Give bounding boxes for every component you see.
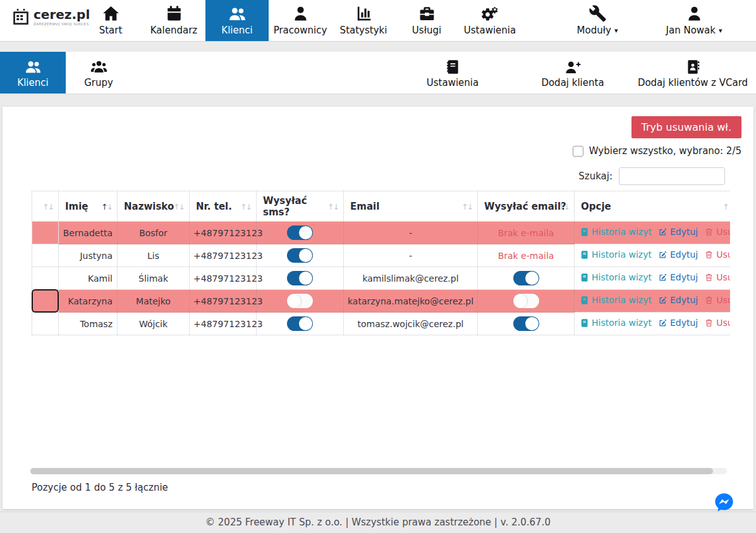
stats-icon bbox=[355, 4, 373, 25]
email-toggle[interactable] bbox=[513, 271, 539, 285]
top-nav-item-klienci[interactable]: Klienci bbox=[205, 0, 269, 41]
col-header-email[interactable]: Email↑↓ bbox=[344, 191, 478, 222]
history-link[interactable]: Historia wizyt bbox=[580, 227, 652, 237]
cell-sms-toggle bbox=[257, 290, 344, 313]
history-link[interactable]: Historia wizyt bbox=[580, 272, 652, 282]
delete-link[interactable]: Usuń bbox=[704, 227, 730, 237]
cell-options: Historia wizytEdytujUsuń bbox=[575, 290, 731, 313]
top-nav: StartKalendarzKlienciPracownicyStatystyk… bbox=[79, 0, 741, 41]
history-link[interactable]: Historia wizyt bbox=[580, 249, 652, 260]
select-all-checkbox[interactable] bbox=[573, 146, 583, 157]
delete-link[interactable]: Usuń bbox=[704, 272, 730, 282]
cell-first-name: Katarzyna bbox=[59, 290, 118, 313]
delete-link[interactable]: Usuń bbox=[704, 295, 730, 305]
cell-email-toggle bbox=[478, 290, 575, 313]
col-header-nr-tel[interactable]: Nr. tel.↑↓ bbox=[190, 191, 257, 222]
cell-last-name: Lis bbox=[118, 244, 190, 267]
col-header-label: Email bbox=[350, 201, 379, 212]
horizontal-scrollbar-thumb[interactable] bbox=[30, 468, 713, 474]
email-toggle[interactable] bbox=[513, 316, 539, 331]
top-nav-item-us-ugi[interactable]: Usługi bbox=[395, 0, 458, 41]
top-nav-item-jan-nowak[interactable]: Jan Nowak▾ bbox=[647, 0, 741, 41]
history-link[interactable]: Historia wizyt bbox=[580, 318, 652, 328]
sms-toggle[interactable] bbox=[287, 225, 313, 240]
email-toggle[interactable] bbox=[513, 294, 539, 308]
edit-link[interactable]: Edytuj bbox=[658, 272, 698, 282]
sub-nav-action-ustawienia[interactable]: Ustawienia bbox=[396, 52, 509, 93]
top-nav-item-start[interactable]: Start bbox=[79, 0, 142, 41]
sub-nav-action-dodaj-klienta[interactable]: Dodaj klienta bbox=[516, 52, 630, 93]
col-header-label: Imię bbox=[65, 201, 88, 212]
top-nav-item-kalendarz[interactable]: Kalendarz bbox=[142, 0, 205, 41]
top-nav-item-statystyki[interactable]: Statystyki bbox=[332, 0, 395, 41]
top-nav-label: Statystyki bbox=[340, 25, 387, 36]
pencil-square-icon bbox=[658, 296, 668, 305]
clients-table-container: ↑↓Imię↑↓Nazwisko↑↓Nr. tel.↑↓Wysyłać sms?… bbox=[32, 191, 730, 335]
top-nav-label: Start bbox=[99, 25, 123, 36]
cell-sms-toggle bbox=[257, 267, 344, 290]
top-nav-item-modu-y[interactable]: Moduły▾ bbox=[559, 0, 635, 41]
delete-link[interactable]: Usuń bbox=[704, 318, 730, 328]
pencil-square-icon bbox=[658, 273, 668, 282]
cell-phone: +48797123123 bbox=[190, 244, 257, 267]
footer-text: © 2025 Freeway IT Sp. z o.o. | Wszystkie… bbox=[205, 517, 551, 528]
search-input[interactable] bbox=[619, 167, 725, 185]
sub-nav-action-dodaj-kliento-w-z-vcard[interactable]: Dodaj klientów z VCard bbox=[636, 52, 750, 93]
messenger-chat-icon[interactable] bbox=[713, 491, 735, 513]
col-header-opcje[interactable]: Opcje↑↓ bbox=[575, 191, 731, 222]
edit-link[interactable]: Edytuj bbox=[658, 318, 698, 328]
edit-link[interactable]: Edytuj bbox=[658, 249, 698, 260]
clients-table: ↑↓Imię↑↓Nazwisko↑↓Nr. tel.↑↓Wysyłać sms?… bbox=[32, 191, 730, 335]
cell-email-toggle bbox=[478, 267, 575, 290]
sms-toggle[interactable] bbox=[287, 271, 313, 285]
sub-nav-tab-label: Grupy bbox=[84, 77, 113, 88]
col-header-wysy-ac-sms[interactable]: Wysyłać sms?↑↓ bbox=[257, 191, 344, 222]
top-nav-label: Ustawienia bbox=[464, 25, 516, 36]
brand-logo[interactable]: cerez.pl ZAREZERWUJ SWÓJ SUKCES bbox=[11, 8, 90, 27]
sort-icon: ↑↓ bbox=[328, 201, 339, 211]
search-row: Szukaj: bbox=[578, 167, 725, 185]
delete-mode-button[interactable]: Tryb usuwania wł. bbox=[631, 116, 741, 138]
row-select-cell[interactable] bbox=[32, 290, 59, 313]
col-header-label: Wysyłać email? bbox=[484, 201, 566, 212]
journal-icon bbox=[580, 273, 589, 282]
cell-sms-toggle bbox=[257, 222, 344, 244]
history-link[interactable]: Historia wizyt bbox=[580, 295, 652, 305]
edit-link[interactable]: Edytuj bbox=[658, 227, 698, 237]
row-select-cell[interactable] bbox=[32, 267, 59, 290]
trash-icon bbox=[704, 273, 714, 282]
no-email-label: Brak e-maila bbox=[498, 228, 554, 238]
delete-link[interactable]: Usuń bbox=[704, 249, 730, 260]
sms-toggle[interactable] bbox=[287, 294, 313, 308]
cell-email-status: Brak e-maila bbox=[478, 244, 575, 267]
col-header-label: Nazwisko bbox=[124, 201, 174, 212]
cell-email-status: Brak e-maila bbox=[478, 222, 575, 244]
sub-nav-tab-klienci[interactable]: Klienci bbox=[0, 52, 66, 93]
sub-nav-actions: UstawieniaDodaj klientaDodaj klientów z … bbox=[396, 52, 750, 93]
row-select-cell[interactable] bbox=[32, 222, 59, 244]
col-header-wysy-ac-email[interactable]: Wysyłać email?↑↓ bbox=[478, 191, 575, 222]
sms-toggle[interactable] bbox=[287, 248, 313, 263]
col-header-imie[interactable]: Imię↑↓ bbox=[59, 191, 118, 222]
cell-last-name: Wójcik bbox=[118, 313, 190, 335]
edit-link[interactable]: Edytuj bbox=[658, 295, 698, 305]
row-select-cell[interactable] bbox=[32, 244, 59, 267]
select-all-row: Wybierz wszystko, wybrano: 2/5 bbox=[573, 145, 741, 157]
toolbox-icon bbox=[418, 4, 436, 25]
col-header-select[interactable]: ↑↓ bbox=[32, 191, 59, 222]
col-header-nazwisko[interactable]: Nazwisko↑↓ bbox=[118, 191, 190, 222]
cell-email: - bbox=[344, 222, 478, 244]
journal-icon bbox=[580, 227, 589, 237]
sub-nav-tab-grupy[interactable]: Grupy bbox=[66, 52, 131, 93]
sort-icon: ↑↓ bbox=[559, 201, 570, 211]
search-label: Szukaj: bbox=[578, 171, 613, 182]
row-select-cell[interactable] bbox=[32, 313, 59, 335]
sms-toggle[interactable] bbox=[287, 316, 313, 331]
calendar-icon bbox=[165, 4, 183, 25]
top-nav-item-pracownicy[interactable]: Pracownicy bbox=[269, 0, 332, 41]
sort-icon: ↑↓ bbox=[174, 201, 185, 211]
horizontal-scrollbar-track[interactable] bbox=[30, 468, 727, 474]
sort-icon: ↑↓ bbox=[241, 201, 252, 211]
top-nav-item-ustawienia[interactable]: Ustawienia bbox=[458, 0, 521, 41]
cell-last-name: Ślimak bbox=[118, 267, 190, 290]
